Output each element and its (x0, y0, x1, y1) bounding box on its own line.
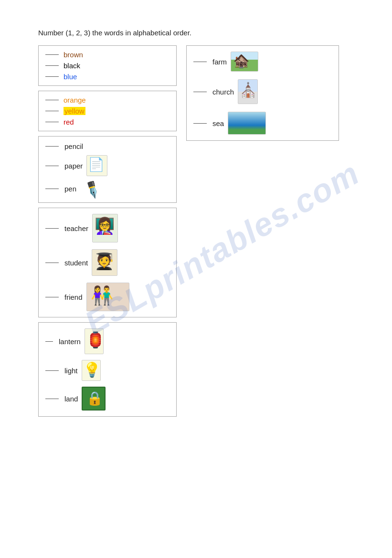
list-item: sea (193, 112, 332, 135)
word-pen: pen (64, 185, 76, 193)
light-image (82, 360, 101, 381)
blank-line (45, 189, 59, 189)
color-box-2: orange yellow red (38, 91, 177, 131)
list-item: pen ✒️ (45, 181, 170, 197)
list-item: lantern (45, 328, 170, 354)
stationery-box: pencil paper pen ✒️ (38, 136, 177, 203)
places-box: farm church sea (186, 45, 339, 141)
teacher-image (92, 214, 118, 242)
list-item: paper (45, 155, 170, 176)
blank-line (193, 123, 207, 124)
pen-image: ✒️ (81, 178, 104, 200)
word-light: light (64, 367, 78, 375)
word-student: student (64, 259, 88, 267)
paper-image (86, 155, 107, 176)
blank-line (45, 146, 59, 147)
blank-line (45, 399, 59, 399)
people-box: teacher student friend (38, 208, 177, 317)
church-image (238, 79, 258, 104)
list-item: yellow (45, 107, 170, 115)
word-church: church (212, 88, 234, 96)
list-item: teacher (45, 214, 170, 242)
blank-line (45, 263, 59, 263)
list-item: light (45, 360, 170, 381)
blank-line (45, 54, 59, 55)
farm-image (231, 52, 258, 72)
lantern-image (85, 328, 104, 354)
word-sea: sea (212, 119, 224, 127)
word-yellow: yellow (64, 107, 85, 115)
list-item: pencil (45, 142, 170, 150)
list-item: friend (45, 283, 170, 311)
blank-line (45, 297, 59, 297)
land-image (82, 387, 106, 411)
list-item: red (45, 118, 170, 126)
friend-image (86, 283, 129, 311)
list-item: church (193, 79, 332, 104)
list-item: farm (193, 52, 332, 72)
right-column: farm church sea (186, 45, 339, 141)
student-image (92, 249, 117, 276)
word-farm: farm (212, 58, 227, 66)
instruction: Number (1, 2, 3) the words in alphabetic… (38, 29, 354, 37)
blank-line (45, 111, 59, 111)
blank-line (45, 166, 59, 166)
word-lantern: lantern (59, 337, 81, 346)
color-box-1: brown black blue (38, 45, 177, 86)
blank-line (45, 65, 59, 66)
word-blue: blue (64, 73, 77, 81)
blank-line (45, 228, 59, 229)
list-item: student (45, 249, 170, 276)
list-item: orange (45, 96, 170, 104)
blank-line (45, 122, 59, 122)
word-land: land (64, 395, 78, 403)
word-red: red (64, 118, 74, 126)
list-item: brown (45, 51, 170, 59)
word-teacher: teacher (64, 224, 88, 232)
word-brown: brown (64, 51, 83, 59)
blank-line (45, 100, 59, 100)
word-paper: paper (64, 162, 83, 170)
list-item: land (45, 387, 170, 411)
word-black: black (64, 62, 80, 70)
word-orange: orange (64, 96, 86, 104)
blank-line (45, 370, 59, 371)
blank-line (193, 92, 207, 92)
word-pencil: pencil (64, 142, 83, 150)
word-friend: friend (64, 293, 83, 301)
blank-line (45, 76, 59, 77)
list-item: blue (45, 73, 170, 81)
left-column: brown black blue orange (38, 45, 177, 417)
sea-image (228, 112, 266, 135)
light-box: lantern light land (38, 322, 177, 417)
blank-line (45, 341, 53, 342)
list-item: black (45, 62, 170, 70)
blank-line (193, 62, 207, 62)
